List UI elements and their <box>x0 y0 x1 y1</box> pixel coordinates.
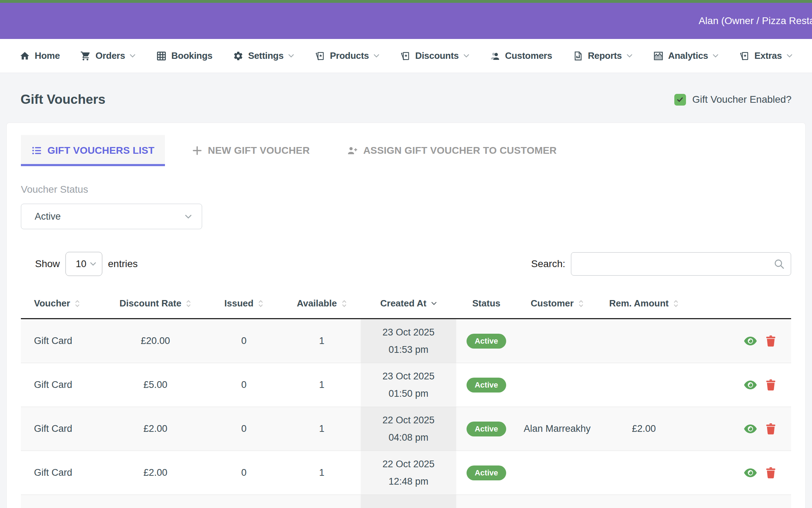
customer-cell: Alan Marreakhy <box>516 423 598 434</box>
voucher-cell: Gift Card <box>21 335 106 346</box>
eye-icon <box>744 380 757 389</box>
status-badge: Active <box>467 334 506 349</box>
nav-item-home[interactable]: Home <box>19 50 60 61</box>
created-time: 04:08 pm <box>389 429 429 446</box>
column-header-status[interactable]: Status <box>456 298 516 309</box>
page-size-select[interactable]: 10 <box>65 252 102 276</box>
status-cell: Active <box>456 422 516 436</box>
tab-new-gift-voucher[interactable]: NEW GIFT VOUCHER <box>181 135 320 166</box>
voucher-cell: Gift Card <box>21 379 106 390</box>
created-time: 01:50 pm <box>389 385 429 402</box>
view-button[interactable] <box>744 468 757 477</box>
issued-cell: 0 <box>205 423 283 434</box>
discount-rate-cell: £2.00 <box>106 423 205 434</box>
sort-icon <box>673 300 679 307</box>
chevron-down-icon <box>185 214 192 219</box>
search-box <box>571 252 791 276</box>
nav-item-discounts[interactable]: Discounts <box>400 50 469 61</box>
chevron-down-icon <box>373 54 379 58</box>
report-document-icon <box>573 51 583 61</box>
nav-item-customers[interactable]: Customers <box>490 50 552 61</box>
nav-label: Bookings <box>171 50 212 61</box>
status-cell: Active <box>456 334 516 349</box>
rem-amount-cell: £2.00 <box>598 423 690 434</box>
status-cell: Active <box>456 465 516 480</box>
chevron-down-icon <box>90 262 96 266</box>
delete-button[interactable] <box>766 379 776 391</box>
column-header-discount-rate[interactable]: Discount Rate <box>106 298 205 309</box>
view-button[interactable] <box>744 380 757 389</box>
entries-label: entries <box>108 258 138 270</box>
person-plus-icon <box>347 145 358 156</box>
nav-item-orders[interactable]: Orders <box>80 50 136 61</box>
column-header-rem-amount[interactable]: Rem. Amount <box>598 298 690 309</box>
nav-label: Customers <box>505 50 552 61</box>
top-accent-strip <box>0 0 812 3</box>
voucher-status-select[interactable]: Active <box>21 204 202 229</box>
trash-icon <box>766 467 776 479</box>
tab-gift-vouchers-list[interactable]: GIFT VOUCHERS LIST <box>21 135 165 166</box>
available-cell: 1 <box>283 335 361 346</box>
voucher-cards-icon <box>739 51 750 61</box>
created-at-cell: 23 Oct 2025 01:53 pm <box>361 319 456 363</box>
nav-label: Orders <box>96 50 125 61</box>
people-icon <box>490 51 501 61</box>
created-date: 23 Oct 2025 <box>382 324 434 341</box>
delete-button[interactable] <box>766 467 776 479</box>
table-header-row: Voucher Discount Rate Issued Available C… <box>21 294 791 319</box>
discount-rate-cell: £20.00 <box>106 335 205 346</box>
column-header-voucher[interactable]: Voucher <box>21 298 106 309</box>
tab-label: ASSIGN GIFT VOUCHER TO CUSTOMER <box>363 145 557 156</box>
status-badge: Active <box>467 378 506 393</box>
sort-icon <box>186 300 191 307</box>
home-icon <box>19 51 30 61</box>
sort-icon <box>578 300 584 307</box>
chevron-down-icon <box>288 54 294 58</box>
tab-label: NEW GIFT VOUCHER <box>208 145 310 156</box>
table-row: Gift Card £1.00 0 1 22 Oct 2025 Active <box>21 495 791 508</box>
search-input[interactable] <box>571 252 791 276</box>
nav-item-analytics[interactable]: Analytics <box>653 50 719 61</box>
nav-item-products[interactable]: Products <box>315 50 379 61</box>
nav-item-reports[interactable]: Reports <box>573 50 633 61</box>
created-date: 23 Oct 2025 <box>382 368 434 385</box>
view-button[interactable] <box>744 424 757 433</box>
issued-cell: 0 <box>205 379 283 390</box>
chevron-down-icon <box>787 54 793 58</box>
nav-label: Products <box>330 50 369 61</box>
actions-cell <box>690 335 791 347</box>
column-header-customer[interactable]: Customer <box>516 298 598 309</box>
nav-item-extras[interactable]: Extras <box>739 50 793 61</box>
chevron-down-icon <box>627 54 633 58</box>
delete-button[interactable] <box>766 423 776 435</box>
column-header-available[interactable]: Available <box>283 298 361 309</box>
chevron-down-icon <box>130 54 136 58</box>
vouchers-table: Voucher Discount Rate Issued Available C… <box>21 294 791 508</box>
created-time: 01:53 pm <box>389 341 429 359</box>
table-row: Gift Card £2.00 0 1 22 Oct 2025 04:08 pm… <box>21 407 791 451</box>
topbar: Alan (Owner / Pizza Resta <box>0 3 812 39</box>
created-date: 22 Oct 2025 <box>382 412 434 429</box>
gift-voucher-enabled-toggle: Gift Voucher Enabled? <box>674 94 791 106</box>
search-icon <box>773 258 785 270</box>
column-header-created-at[interactable]: Created At <box>361 298 456 309</box>
nav-item-settings[interactable]: Settings <box>233 50 294 61</box>
available-cell: 1 <box>283 423 361 434</box>
issued-cell: 0 <box>205 467 283 478</box>
nav-label: Reports <box>588 50 622 61</box>
page-size-control: Show 10 entries <box>35 252 138 276</box>
voucher-cell: Gift Card <box>21 467 106 478</box>
column-header-issued[interactable]: Issued <box>205 298 283 309</box>
view-button[interactable] <box>744 337 757 345</box>
cart-icon <box>80 51 91 61</box>
tab-assign-gift-voucher[interactable]: ASSIGN GIFT VOUCHER TO CUSTOMER <box>337 135 567 166</box>
nav-item-bookings[interactable]: Bookings <box>156 50 212 61</box>
chevron-down-icon <box>713 54 719 58</box>
voucher-card-icon <box>400 51 411 61</box>
user-account-label[interactable]: Alan (Owner / Pizza Resta <box>699 15 812 27</box>
plus-icon <box>192 145 202 156</box>
enabled-checkbox[interactable] <box>674 94 686 106</box>
voucher-status-value: Active <box>35 211 61 222</box>
main-navbar: Home Orders Bookings Settings Products D… <box>0 39 812 73</box>
delete-button[interactable] <box>766 335 776 347</box>
